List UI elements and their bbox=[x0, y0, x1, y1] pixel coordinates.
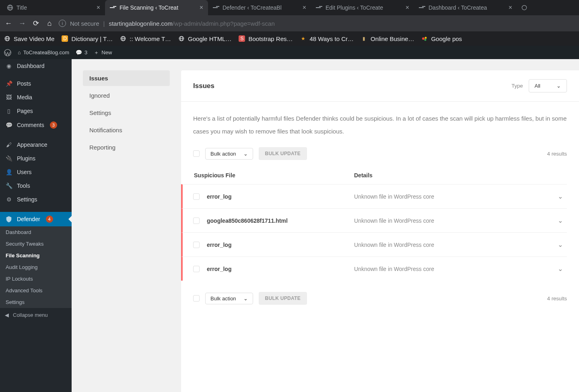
menu-settings[interactable]: ⚙Settings bbox=[0, 193, 72, 206]
close-icon[interactable]: × bbox=[509, 4, 512, 11]
bookmark[interactable]: Google HTML… bbox=[178, 35, 231, 42]
browser-tab[interactable]: Title × bbox=[2, 0, 105, 15]
menu-label: Users bbox=[17, 169, 32, 175]
close-icon[interactable]: × bbox=[303, 4, 306, 11]
file-details: Unknown file in WordPress core bbox=[354, 266, 558, 272]
bookmark[interactable]: :: Welcome T… bbox=[120, 35, 171, 42]
bookmark[interactable]: ★48 Ways to Cr… bbox=[300, 35, 354, 42]
comment-icon: 💬 bbox=[76, 49, 82, 55]
bookmark[interactable]: SBootstrap Res… bbox=[239, 35, 293, 42]
menu-pages[interactable]: ▯Pages bbox=[0, 104, 72, 118]
wp-logo[interactable] bbox=[4, 49, 11, 56]
bulk-action-select[interactable]: Bulk action⌄ bbox=[205, 148, 253, 160]
tab-reporting[interactable]: Reporting bbox=[83, 140, 170, 155]
row-checkbox[interactable] bbox=[193, 242, 200, 248]
fav-icon bbox=[421, 35, 428, 42]
sub-security-tweaks[interactable]: Security Tweaks bbox=[0, 238, 72, 250]
type-select[interactable]: All ⌄ bbox=[529, 79, 567, 92]
sub-advanced-tools[interactable]: Advanced Tools bbox=[0, 285, 72, 296]
browser-tab-active[interactable]: File Scanning ‹ ToCreat × bbox=[105, 0, 208, 15]
url-field[interactable]: i Not secure | startingablogonline.com/w… bbox=[59, 20, 575, 27]
svg-rect-5 bbox=[213, 7, 218, 8]
fav-icon: ▮ bbox=[361, 35, 367, 42]
file-name: error_log bbox=[207, 193, 354, 200]
not-secure-label: Not secure bbox=[70, 20, 99, 27]
browser-tab[interactable]: Edit Plugins ‹ ToCreate × bbox=[311, 0, 414, 15]
row-checkbox[interactable] bbox=[193, 218, 200, 224]
browser-tab[interactable]: Defender ‹ ToCreateaBl × bbox=[208, 0, 311, 15]
menu-plugins[interactable]: 🔌Plugins bbox=[0, 152, 72, 165]
local-tabs: Issues Ignored Settings Notifications Re… bbox=[83, 70, 170, 392]
info-icon[interactable]: i bbox=[59, 20, 66, 27]
sub-file-scanning[interactable]: File Scanning bbox=[0, 250, 72, 261]
reload-button[interactable]: ⟳ bbox=[31, 19, 40, 28]
url-path: /wp-admin/admin.php?page=wdf-scan bbox=[173, 20, 275, 27]
menu-dashboard[interactable]: ◉Dashboard bbox=[0, 59, 72, 73]
tab-settings[interactable]: Settings bbox=[83, 105, 170, 121]
site-link[interactable]: ⌂ToCreateaBlog.com bbox=[18, 49, 69, 55]
tab-label: Defender ‹ ToCreateaBl bbox=[223, 4, 299, 11]
table-row[interactable]: googlea850c860628f1711.html Unknown file… bbox=[181, 208, 567, 232]
forward-button[interactable]: → bbox=[18, 19, 27, 28]
row-checkbox[interactable] bbox=[193, 193, 200, 200]
menu-users[interactable]: 👤Users bbox=[0, 165, 72, 179]
defender-fav-icon bbox=[419, 4, 425, 11]
sub-audit-logging[interactable]: Audit Logging bbox=[0, 261, 72, 273]
menu-defender[interactable]: Defender4 bbox=[0, 212, 72, 226]
site-name: ToCreateaBlog.com bbox=[23, 49, 69, 55]
back-button[interactable]: ← bbox=[4, 19, 13, 28]
bookmark-label: Google pos bbox=[431, 35, 462, 42]
menu-label: Comments bbox=[17, 122, 44, 128]
chevron-down-icon[interactable]: ⌄ bbox=[558, 193, 567, 200]
tab-ignored[interactable]: Ignored bbox=[83, 88, 170, 103]
menu-tools[interactable]: 🔧Tools bbox=[0, 179, 72, 193]
new-label: New bbox=[101, 49, 112, 55]
results-count: 4 results bbox=[547, 296, 567, 302]
chevron-down-icon[interactable]: ⌄ bbox=[558, 241, 567, 248]
menu-comments[interactable]: 💬Comments3 bbox=[0, 118, 72, 132]
bookmark[interactable]: Save Video Me bbox=[4, 35, 54, 42]
new-content[interactable]: ＋New bbox=[94, 49, 112, 56]
browser-tab[interactable]: Dashboard ‹ ToCreatea × bbox=[414, 0, 517, 15]
table-row[interactable]: error_log Unknown file in WordPress core… bbox=[181, 257, 567, 281]
bulk-update-button[interactable]: BULK UPDATE bbox=[259, 147, 307, 160]
comments-link[interactable]: 💬3 bbox=[76, 49, 87, 55]
tab-issues[interactable]: Issues bbox=[83, 70, 170, 86]
sub-dashboard[interactable]: Dashboard bbox=[0, 226, 72, 238]
bookmark[interactable]: Google pos bbox=[421, 35, 462, 42]
close-icon[interactable]: × bbox=[406, 4, 409, 11]
bookmark[interactable]: DDictionary | T… bbox=[62, 35, 113, 42]
collapse-menu[interactable]: ◀Collapse menu bbox=[0, 308, 72, 322]
bulk-action-select[interactable]: Bulk action⌄ bbox=[205, 293, 253, 304]
bookmark-label: Save Video Me bbox=[14, 35, 54, 42]
bulk-update-button[interactable]: BULK UPDATE bbox=[259, 292, 307, 305]
chevron-down-icon[interactable]: ⌄ bbox=[558, 265, 567, 273]
browser-tab-overflow[interactable] bbox=[517, 0, 532, 15]
globe-icon bbox=[178, 35, 185, 42]
select-all-checkbox[interactable] bbox=[193, 150, 200, 157]
sub-settings[interactable]: Settings bbox=[0, 296, 72, 308]
home-button[interactable]: ⌂ bbox=[45, 19, 54, 28]
close-icon[interactable]: × bbox=[200, 4, 203, 11]
close-icon[interactable]: × bbox=[97, 4, 100, 11]
chevron-down-icon[interactable]: ⌄ bbox=[558, 217, 567, 224]
bookmark[interactable]: ▮Online Busine… bbox=[361, 35, 414, 42]
table-row[interactable]: error_log Unknown file in WordPress core… bbox=[181, 232, 567, 257]
menu-posts[interactable]: 📌Posts bbox=[0, 77, 72, 90]
type-value: All bbox=[535, 83, 540, 89]
tab-notifications[interactable]: Notifications bbox=[83, 122, 170, 138]
tab-label: Dashboard ‹ ToCreatea bbox=[429, 4, 505, 11]
bookmark-label: Bootstrap Res… bbox=[248, 35, 293, 42]
file-details: Unknown file in WordPress core bbox=[354, 218, 558, 224]
sub-ip-lockouts[interactable]: IP Lockouts bbox=[0, 273, 72, 285]
row-checkbox[interactable] bbox=[193, 266, 200, 272]
select-all-checkbox[interactable] bbox=[193, 295, 200, 302]
table-rows: error_log Unknown file in WordPress core… bbox=[193, 184, 567, 281]
table-row[interactable]: error_log Unknown file in WordPress core… bbox=[181, 184, 567, 208]
admin-menu: ◉Dashboard 📌Posts 🖼Media ▯Pages 💬Comment… bbox=[0, 59, 72, 392]
menu-appearance[interactable]: 🖌Appearance bbox=[0, 138, 72, 152]
menu-media[interactable]: 🖼Media bbox=[0, 90, 72, 104]
user-icon: 👤 bbox=[5, 169, 13, 175]
comment-icon: 💬 bbox=[5, 122, 13, 128]
comments-count: 3 bbox=[84, 49, 87, 55]
